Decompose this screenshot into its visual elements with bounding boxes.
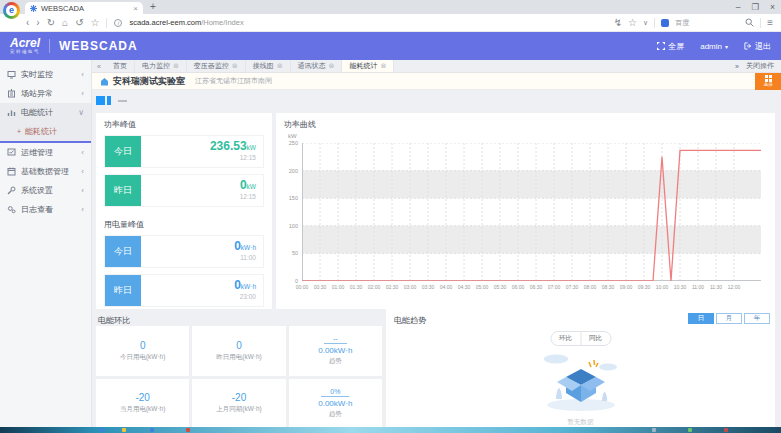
sidebar-item-energy-statistics[interactable]: 电能统计 ∨ [0,103,91,122]
site-info-icon[interactable]: i [114,19,122,27]
logout-button[interactable]: 退出 [744,41,771,52]
taskbar-icon[interactable] [150,428,154,432]
unit-label: kW [247,183,256,190]
station-alert-icon [7,89,16,98]
new-tab-button[interactable]: + [150,1,156,12]
tabs-more-icon[interactable]: » [735,63,739,70]
energy-peak-today-card: 今日 0kW·h 11:00 [104,235,264,268]
tab-close-icon[interactable]: ⊗ [232,62,238,70]
search-engine-label[interactable]: 百度 [675,18,689,28]
sidebar-item-base-data[interactable]: 基础数据管理 ‹ [0,162,91,181]
back-icon[interactable]: ‹ [26,17,29,28]
maximize-button[interactable]: ❐ [751,0,759,14]
search-icon[interactable] [745,18,754,27]
tab-transformer-monitor[interactable]: 变压器监控⊗ [187,60,246,72]
power-peak-yesterday-value: 0 [240,178,247,192]
legend-mom[interactable]: 环比 [551,332,581,345]
browser-tabstrip: WEBSCADA × + – ❐ × [0,0,781,14]
power-peak-today-card: 今日 236.53kW 12:15 [104,135,264,168]
mom-card-month-trend: 0% 0.00kW·h 趋势 [289,379,382,429]
url-path: /Home/Index [201,18,244,27]
tab-wiring-diagram[interactable]: 接线图⊗ [246,60,291,72]
taskbar-icon[interactable] [688,428,692,432]
address-bar[interactable]: scada.acrel-eem.com/Home/Index [129,18,243,27]
home-icon[interactable]: ⌂ [62,17,68,28]
range-year-button[interactable]: 年 [744,313,770,324]
sidebar-item-log-view[interactable]: 日志查看 ‹ [0,200,91,219]
chevron-left-icon: ‹ [81,205,84,214]
grid-icon [765,75,772,82]
acrel-logo: Acrel 安科瑞电气 [10,37,40,55]
empty-box-illustration [526,347,636,415]
browser-logo-icon: e [3,2,20,19]
tab-close-icon[interactable]: × [133,4,138,13]
chevron-down-icon: ∨ [78,108,84,117]
taskbar-icon[interactable] [100,428,104,432]
blue-square-icon [96,96,105,105]
tabs-collapse-icon[interactable]: « [92,60,106,72]
minimize-button[interactable]: – [736,0,741,14]
favorite-star-icon[interactable]: ☆ [628,17,637,28]
legend-yoy[interactable]: 同比 [581,332,610,345]
browser-tab[interactable]: WEBSCADA × [25,2,143,14]
dash-icon [118,100,127,102]
taskbar-icon[interactable] [122,428,126,432]
taskbar-icon[interactable] [724,428,728,432]
tab-home[interactable]: 首页 [106,60,135,72]
history-icon[interactable]: ↺ [75,17,83,28]
unit-label: kW·h [241,283,256,290]
tab-close-icon[interactable]: ⊗ [380,62,386,70]
close-button[interactable]: × [770,0,775,14]
tab-comm-status[interactable]: 通讯状态⊗ [291,60,343,72]
taskbar-icon[interactable] [652,428,656,432]
splitter-widget[interactable] [96,96,127,105]
browser-menu-icon[interactable]: ≡ [767,17,773,28]
divider [49,39,50,53]
gears-icon [7,205,16,214]
mom-card-today: 0 今日用电(kW·h) [96,326,189,376]
chevron-left-icon: ‹ [81,70,84,79]
browser-tab-title: WEBSCADA [41,4,84,13]
flash-icon[interactable]: ↯ [614,17,622,28]
monitor-icon [7,70,16,79]
mom-card-yesterday: 0 昨日用电(kW·h) [192,326,285,376]
bookmark-star-icon[interactable]: ☆ [91,17,100,28]
fullscreen-button[interactable]: 全屏 [657,41,684,52]
power-peak-yesterday-card: 昨日 0kW 12:15 [104,174,264,207]
divider [654,18,655,28]
divider [760,18,761,28]
fullscreen-icon [657,42,665,50]
sidebar-item-station-abnormal[interactable]: 场站异常 ‹ [0,84,91,103]
user-menu[interactable]: admin ▾ [700,42,728,51]
forward-icon[interactable]: › [36,17,39,28]
sidebar-item-ops-management[interactable]: 运维管理 ‹ [0,143,91,162]
tab-power-monitor[interactable]: 电力监控⊗ [135,60,187,72]
search-engine-icon[interactable] [661,19,669,27]
power-peak-yesterday-time: 12:15 [141,193,256,200]
page-tabbar: « 首页 电力监控⊗ 变压器监控⊗ 接线图⊗ 通讯状态⊗ 能耗统计⊗ » 关闭操… [92,60,781,73]
tab-energy-consumption[interactable]: 能耗统计⊗ [342,60,394,72]
taskbar-icon[interactable] [186,428,190,432]
favicon-icon [30,5,37,12]
dashboard-content: 功率峰值 今日 236.53kW 12:15 昨日 0kW 12:15 [92,91,781,427]
tab-close-icon[interactable]: ⊗ [329,62,335,70]
refresh-icon[interactable]: ↻ [47,17,55,28]
energy-trend-panel: 电能趋势 日 月 年 环比 同比 [386,309,775,428]
dropdown-caret-icon[interactable]: ∨ [643,19,648,27]
product-name: WEBSCADA [59,39,138,53]
range-day-button[interactable]: 日 [688,313,714,324]
sidebar-item-system-settings[interactable]: 系统设置 ‹ [0,181,91,200]
power-curve-title: 功率曲线 [276,113,775,135]
station-select-button[interactable]: 选择 [755,73,781,90]
taskbar[interactable] [0,427,781,433]
sidebar-subitem-energy-consumption[interactable]: + 能耗统计 [0,122,91,141]
range-month-button[interactable]: 月 [716,313,742,324]
station-name: 安科瑞测试实验室 [113,75,185,88]
range-button-group: 日 月 年 [688,309,775,324]
tab-close-icon[interactable]: ⊗ [173,62,179,70]
power-curve-chart [302,143,761,281]
close-operations-button[interactable]: 关闭操作 [746,61,774,71]
energy-peak-today-value: 0 [234,239,241,253]
tab-close-icon[interactable]: ⊗ [277,62,283,70]
sidebar-item-realtime-monitor[interactable]: 实时监控 ‹ [0,65,91,84]
